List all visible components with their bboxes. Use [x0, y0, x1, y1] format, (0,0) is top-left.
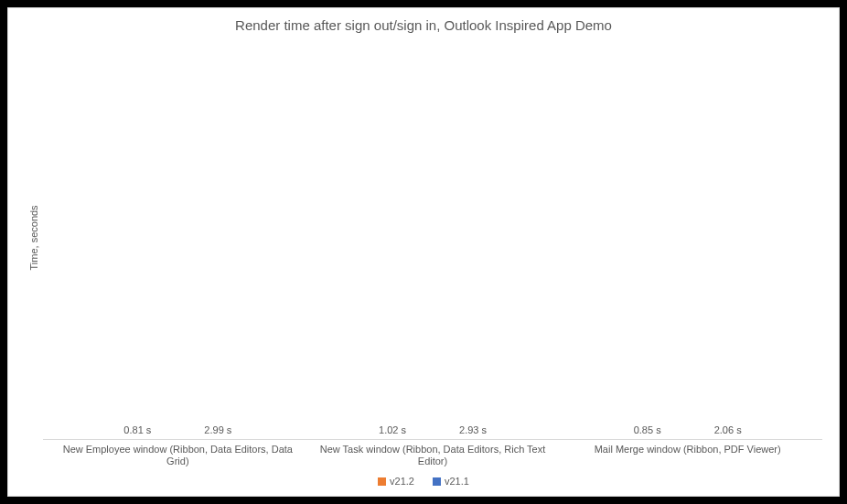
legend-item: v21.1 [433, 476, 469, 487]
bar-value-label: 1.02 s [379, 424, 406, 435]
bar-value-label: 2.93 s [459, 424, 487, 435]
bar-value-label: 2.99 s [204, 424, 231, 435]
legend: v21.2v21.1 [25, 476, 822, 487]
bar-value-label: 2.06 s [714, 424, 742, 435]
bar-item: 2.93 s [434, 424, 512, 439]
legend-swatch-icon [433, 477, 441, 486]
legend-item: v21.2 [378, 476, 414, 487]
x-axis-category-label: New Employee window (Ribbon, Data Editor… [50, 444, 306, 469]
bar-item: 1.02 s [353, 424, 432, 439]
bar-item: 2.99 s [178, 424, 257, 439]
chart-frame: Render time after sign out/sign in, Outl… [7, 7, 840, 497]
bar-value-label: 0.85 s [634, 424, 661, 435]
x-axis-category-label: New Task window (Ribbon, Data Editors, R… [306, 444, 561, 469]
category-group: 1.02 s2.93 s [306, 37, 561, 439]
y-axis-label: Time, seconds [25, 37, 43, 440]
legend-label: v21.2 [390, 476, 414, 487]
legend-label: v21.1 [445, 476, 469, 487]
plot-area: 0.81 s2.99 s1.02 s2.93 s0.85 s2.06 s [43, 37, 822, 440]
bar-item: 2.06 s [689, 424, 767, 439]
bar-item: 0.81 s [98, 424, 177, 439]
legend-swatch-icon [378, 477, 386, 486]
bar-value-label: 0.81 s [123, 424, 151, 435]
x-axis: New Employee window (Ribbon, Data Editor… [25, 440, 822, 469]
category-group: 0.85 s2.06 s [560, 37, 815, 439]
plot-row: Time, seconds 0.81 s2.99 s1.02 s2.93 s0.… [25, 37, 822, 440]
category-group: 0.81 s2.99 s [50, 37, 306, 439]
bar-item: 0.85 s [608, 424, 687, 439]
chart-title: Render time after sign out/sign in, Outl… [25, 17, 822, 33]
x-axis-category-label: Mail Merge window (Ribbon, PDF Viewer) [560, 444, 815, 469]
